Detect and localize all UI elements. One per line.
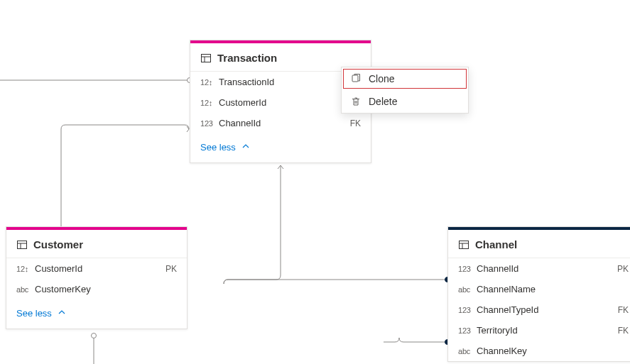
diagram-canvas[interactable]: Transaction 12↕ TransactionId 12↕ Custom… [0, 0, 630, 364]
svg-rect-0 [202, 54, 211, 62]
clone-icon [350, 73, 362, 84]
field-key: PK [612, 264, 629, 274]
see-less-label: See less [200, 142, 236, 153]
entity-title: Channel [475, 238, 517, 250]
menu-delete-label: Delete [369, 96, 397, 107]
field-name: TerritoryId [477, 325, 612, 336]
delete-icon [350, 96, 362, 107]
field-key: PK [160, 264, 177, 274]
field-type: 123 [458, 326, 477, 335]
connector-dot [91, 333, 97, 338]
see-less-label: See less [16, 308, 52, 319]
field-key: FK [612, 305, 629, 315]
field-name: ChannelId [219, 118, 344, 128]
context-menu: Clone Delete [341, 67, 469, 114]
menu-delete[interactable]: Delete [342, 90, 468, 113]
entity-header[interactable]: Channel [448, 230, 630, 258]
field-row[interactable]: 12↕ CustomerId PK [6, 258, 187, 279]
entity-channel[interactable]: Channel 123 ChannelId PK abc ChannelName… [447, 226, 630, 362]
table-icon [200, 53, 212, 64]
svg-rect-9 [460, 241, 469, 248]
field-type: 12↕ [16, 265, 35, 273]
chevron-up-icon [56, 307, 67, 320]
field-type: 12↕ [200, 99, 219, 107]
field-row[interactable]: abc ChannelKey [448, 341, 630, 361]
see-less-toggle[interactable]: See less [6, 299, 187, 329]
table-icon [458, 239, 469, 250]
field-name: ChannelId [477, 263, 612, 274]
field-name: ChannelName [477, 284, 623, 294]
field-name: CustomerKey [35, 284, 171, 294]
field-type: 123 [458, 306, 477, 314]
entity-title: Transaction [217, 52, 277, 64]
field-row[interactable]: 123 ChannelId PK [448, 258, 630, 279]
field-row[interactable]: abc CustomerKey [6, 279, 187, 299]
field-name: ChannelKey [477, 346, 623, 356]
svg-rect-3 [352, 75, 358, 82]
entity-header[interactable]: Customer [6, 230, 187, 258]
field-name: TransactionId [219, 77, 355, 87]
menu-clone-label: Clone [369, 73, 395, 84]
entity-title: Customer [33, 238, 83, 250]
field-type: 12↕ [200, 78, 219, 87]
field-name: ChannelTypeId [477, 304, 612, 315]
field-type: 123 [200, 119, 219, 128]
chevron-up-icon [240, 140, 251, 154]
field-type: abc [458, 347, 477, 355]
field-type: abc [458, 285, 477, 294]
table-icon [16, 239, 28, 250]
field-key: FK [612, 326, 629, 336]
field-row[interactable]: 123 TerritoryId FK [448, 320, 630, 341]
field-row[interactable]: 123 ChannelId FK [190, 113, 371, 133]
field-type: abc [16, 285, 35, 294]
menu-clone[interactable]: Clone [342, 67, 468, 90]
field-key: FK [344, 118, 361, 128]
svg-rect-6 [18, 241, 27, 248]
field-row[interactable]: 123 ChannelTypeId FK [448, 299, 630, 320]
see-less-toggle[interactable]: See less [190, 133, 371, 162]
field-name: CustomerId [219, 97, 355, 108]
field-type: 123 [458, 265, 477, 273]
field-name: CustomerId [35, 263, 160, 274]
field-row[interactable]: abc ChannelName [448, 279, 630, 299]
entity-customer[interactable]: Customer 12↕ CustomerId PK abc CustomerK… [6, 226, 188, 329]
